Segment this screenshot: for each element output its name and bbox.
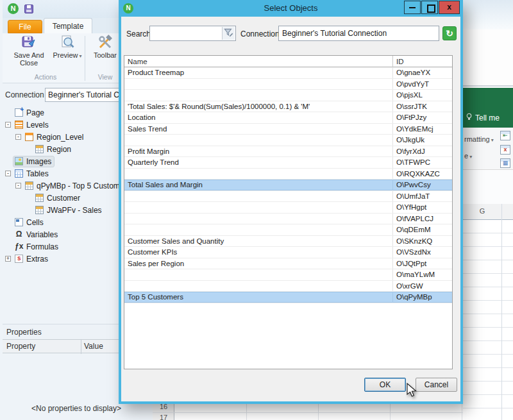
format-cells-icon[interactable] [500,158,510,168]
object-name-cell [124,269,393,280]
toolbar-button[interactable]: Toolbar [87,35,123,73]
object-row[interactable]: Location O\FtPJzy [124,112,452,124]
tables-icon [15,169,23,178]
object-name-cell [124,214,393,224]
object-row[interactable]: O\JkgUk [124,135,452,146]
object-id-cell: O\SKnzKQ [393,236,452,247]
conditional-formatting-button[interactable]: rmatting [464,135,494,143]
row-header-16[interactable]: 16 [153,404,174,410]
quick-save-icon[interactable] [24,4,33,13]
object-row[interactable]: Customer KPIs O\VSzdNx [124,247,452,258]
tree-expander-icon[interactable]: + [5,256,11,262]
object-name-cell [124,281,393,292]
tree-expander-icon[interactable]: - [15,183,21,189]
object-id-cell: O\YfHgpt [393,202,452,213]
format-as-table-button[interactable]: e [464,152,472,160]
nprinting-logo-icon: N [123,3,133,13]
object-row[interactable]: O\pjsXL [124,90,452,101]
close-icon[interactable] [439,1,460,14]
column-header-g[interactable]: G [463,207,501,215]
object-row[interactable]: Profit Margin O\fyrXdJ [124,146,452,158]
search-box [149,26,236,41]
delete-cells-icon[interactable] [500,145,510,155]
cancel-button[interactable]: Cancel [416,378,457,392]
filter-icon[interactable] [222,27,235,40]
object-row[interactable]: Top 5 Customers O\qPyMBp [124,292,452,303]
name-column-header[interactable]: Name [124,56,393,67]
ok-button[interactable]: OK [364,378,406,392]
object-row[interactable]: Customer Sales and Quantity O\SKnzKQ [124,236,452,248]
excel-formula-bar-area [463,170,513,204]
tree-item-label: Region [47,145,71,154]
gridline [246,404,247,420]
object-id-cell: O\PwvCsy [393,180,452,190]
save-and-close-button[interactable]: Save And Close [9,35,49,73]
object-name-cell: Customer Sales and Quantity [124,236,393,247]
object-row[interactable]: Sales Trend O\YdkEMcj [124,124,452,135]
excel-column-header-row: G [463,204,513,220]
excel-toolbar-area [463,29,513,87]
object-row[interactable]: O\pvdYyT [124,79,452,90]
object-row[interactable]: Sales per Region O\JQtPpt [124,258,452,270]
object-row[interactable]: O\xrGW [124,281,452,292]
object-id-cell: O\VSzdNx [393,247,452,258]
tree-item-label: Region_Level [37,133,83,142]
excel-titlebar-area [463,0,513,29]
connection-field[interactable]: Beginner's Tutorial Connection [278,26,439,41]
tree-item-label: Variables [26,230,58,239]
object-row[interactable]: O\maYLwM [124,269,452,281]
object-row[interactable]: Product Treemap O\gnaeYX [124,67,452,79]
tree-item-label: Page [26,108,44,117]
object-id-cell: O\JQtPpt [393,258,452,269]
object-row[interactable]: O\fVAPLCJ [124,214,452,225]
gridline [153,412,463,413]
object-id-cell: O\fVAPLCJ [393,214,452,224]
row-header-17[interactable]: 17 [153,414,174,420]
object-row[interactable]: 'Total Sales: $'& Round(Sum(Sales)/10000… [124,101,452,113]
object-name-cell: Product Treemap [124,67,393,78]
tab-file[interactable]: File [8,20,42,33]
tree-item-label: Customer [47,194,80,203]
ribbon-separator [85,36,85,81]
search-input[interactable] [151,27,221,40]
nprinting-logo-icon: N [8,3,19,14]
objects-table-header: Name ID [124,56,452,67]
column-divider [81,340,81,354]
tree-expander-icon[interactable]: - [5,122,11,128]
tree-item-label: Tables [26,169,49,178]
id-column-header[interactable]: ID [393,56,452,67]
tree-expander-icon[interactable]: - [5,171,11,176]
maximize-button[interactable] [421,1,438,14]
value-column-label: Value [84,342,103,351]
extras-icon [15,255,23,263]
object-row[interactable]: O\RQXKAZC [124,169,452,180]
tree-item-label: Images [26,157,51,166]
preview-button[interactable]: Preview [51,35,83,73]
table-icon [35,194,44,202]
cells-icon [15,218,23,226]
variables-icon: Ω [15,230,23,239]
insert-cells-icon[interactable] [500,131,510,140]
preview-icon [51,35,83,50]
tree-expander-icon[interactable]: - [15,134,21,140]
object-row[interactable]: O\UmfJaT [124,191,452,203]
object-id-cell: O\ssrJTK [393,101,452,112]
object-name-cell [124,79,393,90]
object-row[interactable]: Total Sales and Margin O\PwvCsy [124,180,452,191]
object-row[interactable]: Quarterly Trend O\TFWPC [124,157,452,169]
tab-template[interactable]: Template [44,18,92,33]
levels-icon [15,121,23,129]
object-name-cell: Profit Margin [124,146,393,157]
object-row[interactable]: O\YfHgpt [124,202,452,214]
minimize-button[interactable] [404,1,421,14]
refresh-icon[interactable] [442,26,457,40]
tree-item-label: qPyMBp - Top 5 Customers [37,181,131,190]
object-row[interactable]: O\qDEmM [124,224,452,236]
table-icon [35,145,44,153]
tree-item-label: Formulas [26,242,58,251]
tell-me-button[interactable]: Tell me [466,113,500,122]
images-icon [15,157,23,165]
excel-grid[interactable] [463,220,513,420]
object-id-cell: O\maYLwM [393,269,452,280]
save-and-close-icon [9,35,49,50]
